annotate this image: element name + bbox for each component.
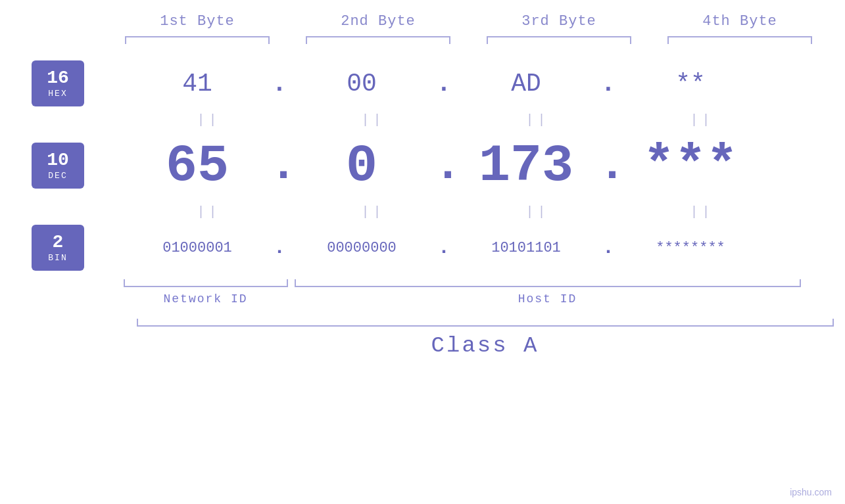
dot-hex-1: . <box>270 70 289 98</box>
bin-badge: 2 BIN <box>32 225 84 271</box>
dot-dec-2: . <box>434 140 454 192</box>
host-id-label: Host ID <box>295 292 801 306</box>
hex-b1: 41 <box>125 70 270 98</box>
eq-1-b2: || <box>301 112 446 127</box>
byte2-header: 2nd Byte <box>306 13 450 30</box>
dec-b4: *** <box>618 136 763 196</box>
id-labels: Network ID Host ID <box>124 292 846 306</box>
dot-bin-3: . <box>598 237 618 259</box>
bracket-byte2 <box>306 36 450 44</box>
network-bracket <box>124 279 288 287</box>
hex-values: 41 . 00 . AD . ** <box>125 70 822 98</box>
eq-2-b1: || <box>137 204 281 219</box>
eq-1-b3: || <box>466 112 610 127</box>
bracket-byte4 <box>667 36 812 44</box>
eq-2-b2: || <box>301 204 446 219</box>
dec-b2: 0 <box>289 136 434 196</box>
dot-hex-2: . <box>434 70 454 98</box>
bracket-byte1 <box>125 36 270 44</box>
byte4-header: 4th Byte <box>667 13 812 30</box>
watermark: ipshu.com <box>790 487 832 497</box>
dec-b3: 173 <box>454 136 598 196</box>
hex-b3: AD <box>454 70 598 98</box>
bin-values: 01000001 . 00000000 . 10101101 . *******… <box>125 237 822 259</box>
dot-bin-1: . <box>270 237 289 259</box>
network-id-label: Network ID <box>124 292 288 306</box>
dot-dec-3: . <box>598 140 618 192</box>
equals-row-1: || || || || <box>137 110 834 129</box>
equals-row-2: || || || || <box>137 202 834 221</box>
eq-1-b1: || <box>137 112 281 127</box>
bottom-brackets <box>124 279 846 287</box>
bin-b4: ******** <box>618 240 763 256</box>
eq-1-b4: || <box>630 112 775 127</box>
dot-bin-2: . <box>434 237 454 259</box>
bin-b2: 00000000 <box>289 240 434 256</box>
eq-2-b3: || <box>466 204 610 219</box>
hex-row: 16 HEX 41 . 00 . AD . ** <box>0 57 845 110</box>
host-bracket <box>295 279 801 287</box>
byte3-header: 3rd Byte <box>487 13 631 30</box>
hex-b2: 00 <box>289 70 434 98</box>
hex-badge: 16 HEX <box>32 60 84 106</box>
main-container: 1st Byte 2nd Byte 3rd Byte 4th Byte 16 H… <box>0 0 845 504</box>
bin-row: 2 BIN 01000001 . 00000000 . 10101101 . *… <box>0 221 845 274</box>
bin-b3: 10101101 <box>454 240 598 256</box>
dec-values: 65 . 0 . 173 . *** <box>125 136 822 196</box>
eq-2-b4: || <box>630 204 775 219</box>
byte1-header: 1st Byte <box>125 13 270 30</box>
dec-row: 10 DEC 65 . 0 . 173 . *** <box>0 129 845 202</box>
dec-badge: 10 DEC <box>32 143 84 189</box>
dec-b1: 65 <box>125 136 270 196</box>
class-bracket-container: Class A <box>137 319 834 358</box>
class-bracket <box>137 319 834 327</box>
top-brackets <box>107 36 831 44</box>
hex-b4: ** <box>618 70 763 98</box>
class-label: Class A <box>137 333 834 358</box>
bin-b1: 01000001 <box>125 240 270 256</box>
byte-headers: 1st Byte 2nd Byte 3rd Byte 4th Byte <box>107 13 831 30</box>
bracket-byte3 <box>487 36 631 44</box>
dot-dec-1: . <box>270 140 289 192</box>
dot-hex-3: . <box>598 70 618 98</box>
